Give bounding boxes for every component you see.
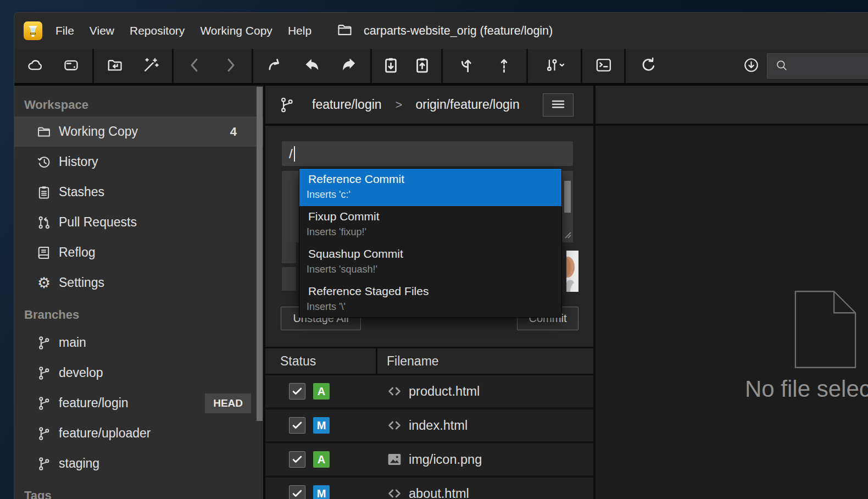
chevron-left-icon [186, 56, 204, 76]
commit-option-block[interactable] [282, 241, 296, 263]
sidebar-item-label: main [59, 335, 86, 350]
column-divider[interactable] [376, 348, 377, 374]
remote-branch-name[interactable]: origin/feature/login [415, 97, 519, 112]
app-window: FileViewRepositoryWorking CopyHelp carpa… [14, 12, 868, 499]
stage-checkbox[interactable] [289, 417, 305, 434]
menu-view[interactable]: View [90, 24, 114, 37]
autocomplete-item-reference-commit[interactable]: Reference CommitInserts 'c:' [299, 169, 561, 206]
hard-drive-icon [62, 56, 80, 76]
branch-menu-button[interactable] [543, 93, 574, 117]
toolbar-button-clipboard-arrow-up[interactable] [407, 49, 438, 83]
sidebar-item-feature-uploader[interactable]: feature/uploader [14, 418, 263, 448]
filename: img/icon.png [409, 452, 482, 467]
folder-return-icon [106, 56, 124, 76]
repo-title: carparts-website_orig (feature/login) [364, 24, 553, 38]
toolbar-button-clipboard-arrow-down[interactable] [375, 49, 407, 83]
resize-grip-icon[interactable] [563, 230, 572, 241]
toolbar-button-git-merge-up[interactable] [446, 49, 485, 83]
search-input[interactable] [767, 53, 868, 79]
menu-repository[interactable]: Repository [130, 24, 185, 37]
file-row-index-html[interactable]: Mindex.html [265, 409, 593, 441]
branch-icon [36, 395, 52, 412]
no-file-selected-text: No file selected [745, 376, 868, 402]
autocomplete-item-title: Squashup Commit [308, 247, 561, 260]
commit-summary-input[interactable]: / [282, 141, 573, 166]
column-header-filename[interactable]: Filename [387, 354, 439, 369]
sidebar-scrollbar[interactable] [257, 87, 263, 421]
toolbar-button-circle-arrow-down[interactable] [738, 53, 764, 79]
sidebar-item-label: Stashes [59, 185, 104, 199]
stage-checkbox[interactable] [289, 451, 305, 468]
toolbar-group [253, 49, 370, 83]
sidebar-item-main[interactable]: main [14, 328, 263, 358]
sidebar-item-pull-requests[interactable]: Pull Requests [14, 207, 263, 237]
menu-help[interactable]: Help [288, 24, 311, 37]
sidebar-item-reflog[interactable]: Reflog [14, 237, 263, 268]
preview-panel: No file selected [596, 86, 868, 499]
file-row-product-html[interactable]: Aproduct.html [265, 375, 593, 407]
folder-icon [36, 124, 52, 140]
toolbar-group [372, 49, 441, 83]
autocomplete-item-subtitle: Inserts 'squash!' [307, 264, 561, 275]
autocomplete-item-title: Reference Staged Files [308, 285, 561, 298]
code-file-icon [386, 417, 403, 434]
menu-working-copy[interactable]: Working Copy [200, 24, 272, 37]
sidebar-item-settings[interactable]: ⚙Settings [14, 268, 263, 298]
textarea-scrollbar[interactable] [564, 181, 571, 213]
folder-icon [336, 21, 353, 41]
toolbar-button-chevron-left[interactable] [177, 49, 213, 83]
filename: index.html [409, 418, 468, 433]
head-badge: HEAD [205, 393, 251, 413]
stage-checkbox[interactable] [289, 383, 305, 400]
local-branch-name[interactable]: feature/login [312, 97, 382, 112]
gear-icon: ⚙ [36, 275, 52, 291]
autocomplete-item-fixup-commit[interactable]: Fixup CommitInserts 'fixup!' [299, 206, 561, 243]
sidebar-section-tags: Tags [14, 479, 263, 499]
commit-area: / Uns [265, 126, 593, 347]
autocomplete-item-title: Fixup Commit [308, 210, 561, 223]
sidebar-item-staging[interactable]: staging [14, 448, 263, 479]
commit-option-block[interactable] [282, 267, 296, 291]
code-file-icon [386, 382, 403, 400]
toolbar-button-chevron-right[interactable] [213, 49, 248, 83]
toolbar-button-arrow-undo-outline[interactable] [257, 49, 293, 83]
staged-file-list: Aproduct.htmlMindex.htmlAimg/icon.pngMab… [265, 375, 593, 499]
sidebar-item-working-copy[interactable]: Working Copy4 [14, 117, 263, 147]
autocomplete-item-reference-staged-files[interactable]: Reference Staged FilesInserts '\' [299, 281, 561, 318]
toolbar-button-cloud[interactable] [18, 49, 53, 83]
toolbar-group [443, 49, 526, 83]
text-caret [294, 146, 295, 162]
arrow-undo-outline-icon [266, 56, 284, 76]
toolbar-button-hard-drive[interactable] [53, 49, 89, 83]
sidebar-item-history[interactable]: History [14, 147, 263, 177]
status-badge: M [313, 417, 330, 434]
count-badge: 4 [230, 125, 237, 139]
autocomplete-item-squashup-commit[interactable]: Squashup CommitInserts 'squash!' [299, 243, 561, 281]
sidebar-item-feature-login[interactable]: feature/loginHEAD [14, 388, 263, 418]
commit-panel: feature/login > origin/feature/login / [265, 86, 593, 499]
branch-header: feature/login > origin/feature/login [265, 86, 593, 126]
branch-icon [36, 335, 52, 351]
sidebar-item-stashes[interactable]: Stashes [14, 177, 263, 207]
branch-icon [36, 456, 52, 472]
history-icon [36, 154, 52, 170]
toolbar-button-git-compare-dropdown[interactable] [531, 49, 577, 83]
toolbar-button-arrow-redo-solid[interactable] [330, 49, 367, 83]
toolbar-button-terminal[interactable] [586, 49, 621, 83]
toolbar-button-folder-return[interactable] [97, 49, 133, 83]
toolbar-group [94, 49, 172, 83]
column-header-status[interactable]: Status [265, 354, 316, 369]
sidebar-item-label: feature/uploader [59, 426, 151, 441]
toolbar-button-arrow-undo-solid[interactable] [293, 49, 330, 83]
preview-header-strip [596, 86, 868, 126]
toolbar-button-magic-wand[interactable] [133, 49, 169, 83]
menu-file[interactable]: File [55, 24, 74, 37]
file-row-img-icon-png[interactable]: Aimg/icon.png [265, 443, 593, 475]
toolbar-button-refresh[interactable] [629, 49, 667, 83]
stage-checkbox[interactable] [289, 485, 305, 499]
toolbar-button-arrow-up-dashed[interactable] [485, 49, 523, 83]
sidebar-item-develop[interactable]: develop [14, 358, 263, 388]
branch-icon [278, 96, 296, 114]
autocomplete-item-subtitle: Inserts 'c:' [307, 189, 561, 201]
file-row-about-html[interactable]: Mabout.html [265, 478, 593, 499]
